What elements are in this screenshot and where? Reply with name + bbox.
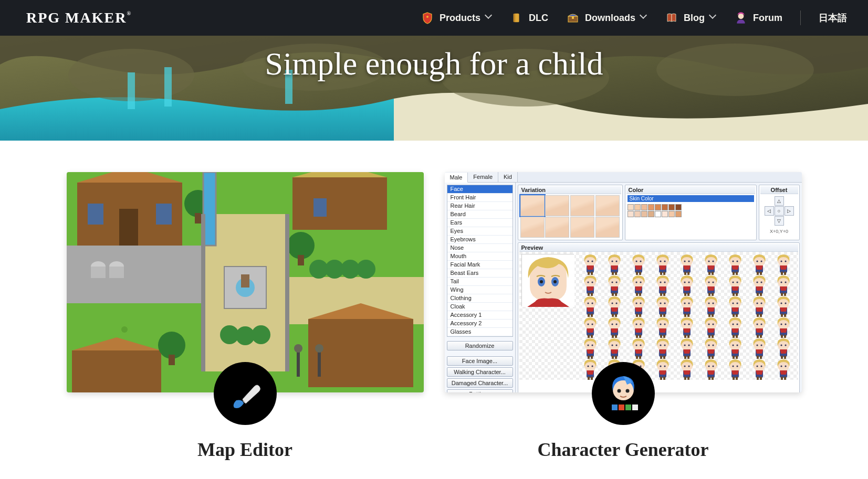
svg-point-84 <box>660 260 661 262</box>
offset-left[interactable]: ◁ <box>765 206 774 216</box>
map-editor-title: Map Editor <box>67 439 424 461</box>
nav-separator <box>800 10 801 25</box>
nav-downloads[interactable]: Downloads <box>566 11 647 25</box>
svg-point-0 <box>426 16 428 18</box>
variation-option[interactable] <box>520 195 545 216</box>
variation-option[interactable] <box>545 217 569 238</box>
variation-option[interactable] <box>570 217 594 238</box>
offset-down[interactable]: ▽ <box>775 216 784 226</box>
svg-point-66 <box>587 260 589 262</box>
variation-option[interactable] <box>595 217 620 238</box>
sprite-preview <box>699 296 723 317</box>
sprite-preview <box>723 359 747 380</box>
color-swatch[interactable] <box>668 211 675 217</box>
svg-point-367 <box>713 365 714 367</box>
chargen-action-button[interactable]: Battler... <box>447 389 513 392</box>
color-swatch[interactable] <box>634 211 641 217</box>
category-item[interactable]: Rear Hair <box>447 202 513 210</box>
offset-center[interactable]: ○ <box>775 206 784 216</box>
chargen-action-button[interactable]: Walking Character... <box>447 367 513 377</box>
chargen-action-button[interactable]: Damaged Character... <box>447 378 513 388</box>
category-item[interactable]: Face <box>447 185 513 194</box>
offset-up[interactable]: △ <box>775 196 784 206</box>
category-item[interactable]: Beast Ears <box>447 269 513 278</box>
color-swatch[interactable] <box>662 211 668 217</box>
chargen-action-button[interactable]: Randomize <box>447 341 513 350</box>
chargen-action-button[interactable]: Face Image... <box>447 356 513 366</box>
color-swatch[interactable] <box>675 211 682 217</box>
color-swatch[interactable] <box>662 204 668 210</box>
color-swatch[interactable] <box>634 204 641 210</box>
svg-point-102 <box>733 260 734 262</box>
variation-option[interactable] <box>520 217 545 238</box>
svg-point-145 <box>688 281 689 283</box>
color-swatch[interactable] <box>641 204 647 210</box>
sprite-preview <box>675 275 699 296</box>
category-item[interactable]: Cloak <box>447 303 513 311</box>
sprite-preview <box>747 254 771 275</box>
svg-point-223 <box>785 302 787 304</box>
nav-forum[interactable]: Forum <box>734 11 782 25</box>
category-item[interactable]: Accessory 2 <box>447 320 513 328</box>
variation-option[interactable] <box>570 195 594 216</box>
site-logo[interactable]: RPG MAKER® <box>26 9 132 26</box>
trademark: ® <box>127 10 131 16</box>
svg-point-139 <box>664 281 665 283</box>
variation-option[interactable] <box>595 195 620 216</box>
category-item[interactable]: Accessory 1 <box>447 311 513 320</box>
sprite-preview <box>602 317 626 338</box>
svg-point-360 <box>684 365 685 367</box>
map-editor-badge <box>214 362 277 425</box>
chargen-sidebar: FaceFront HairRear HairBeardEarsEyesEyeb… <box>445 183 516 392</box>
tab-female[interactable]: Female <box>468 172 498 182</box>
category-item[interactable]: Glasses <box>447 328 513 336</box>
sprite-preview <box>747 296 771 317</box>
sprite-preview <box>699 317 723 338</box>
category-item[interactable]: Beard <box>447 210 513 219</box>
sprite-preview <box>675 296 699 317</box>
nav-label: Downloads <box>585 13 635 24</box>
svg-point-283 <box>591 344 593 346</box>
category-item[interactable]: Nose <box>447 244 513 252</box>
color-swatch[interactable] <box>655 204 661 210</box>
color-selected-label[interactable]: Skin Color <box>628 195 754 202</box>
sprite-preview <box>723 338 747 359</box>
color-swatch[interactable] <box>648 204 654 210</box>
nav-products[interactable]: Products <box>421 11 492 25</box>
svg-rect-24 <box>119 209 138 246</box>
svg-point-121 <box>591 281 593 283</box>
color-swatch[interactable] <box>655 211 661 217</box>
tab-kid[interactable]: Kid <box>498 172 518 182</box>
nav-blog[interactable]: Blog <box>665 11 716 25</box>
svg-point-211 <box>737 302 738 304</box>
svg-rect-393 <box>619 405 624 410</box>
color-swatch[interactable] <box>641 211 647 217</box>
chevron-down-icon <box>641 15 647 21</box>
nav-language[interactable]: 日本語 <box>819 12 847 24</box>
color-swatches <box>626 203 755 218</box>
tab-male[interactable]: Male <box>445 173 468 183</box>
category-item[interactable]: Clothing <box>447 294 513 303</box>
category-item[interactable]: Mouth <box>447 252 513 261</box>
color-swatch[interactable] <box>628 204 634 210</box>
svg-rect-58 <box>201 214 205 371</box>
variation-option[interactable] <box>545 195 569 216</box>
chargen-tabs: Male Female Kid <box>445 172 802 183</box>
category-item[interactable]: Wing <box>447 286 513 294</box>
category-item[interactable]: Eyebrows <box>447 236 513 244</box>
category-item[interactable]: Front Hair <box>447 194 513 202</box>
svg-point-337 <box>591 365 593 367</box>
offset-right[interactable]: ▷ <box>785 206 794 216</box>
svg-point-186 <box>635 302 637 304</box>
color-swatch[interactable] <box>675 204 682 210</box>
category-item[interactable]: Facial Mark <box>447 261 513 269</box>
category-item[interactable]: Eyes <box>447 227 513 236</box>
color-swatch[interactable] <box>648 211 654 217</box>
color-swatch[interactable] <box>668 204 675 210</box>
color-swatch[interactable] <box>628 211 634 217</box>
category-item[interactable]: Tail <box>447 278 513 286</box>
sprite-preview <box>651 296 675 317</box>
preview-panel: Preview <box>518 242 800 392</box>
nav-dlc[interactable]: DLC <box>510 11 548 25</box>
category-item[interactable]: Ears <box>447 219 513 227</box>
